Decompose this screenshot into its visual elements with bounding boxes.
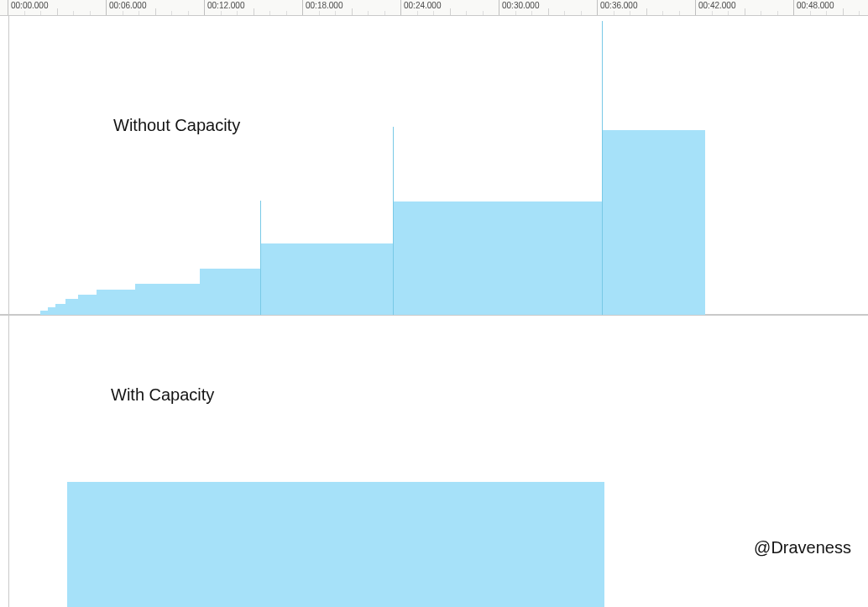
chart-with-capacity: With Capacity @Draveness (0, 315, 868, 607)
chart-title-lower: With Capacity (111, 385, 214, 405)
ruler-label: 00:18.000 (306, 1, 343, 10)
chart-bar (48, 307, 55, 315)
ruler-minor-tick (745, 8, 745, 15)
ruler-label: 00:30.000 (502, 1, 540, 10)
chart-bar (135, 284, 200, 315)
ruler-major-tick: 00:24.000 (400, 0, 401, 15)
chart-bar (67, 482, 604, 607)
ruler-minor-tick (352, 8, 353, 15)
chart-bar (602, 130, 705, 315)
ruler-major-tick: 00:12.000 (204, 0, 205, 15)
ruler-minor-tick (450, 8, 451, 15)
ruler-major-tick: 00:00.000 (8, 0, 8, 15)
ruler-label: 00:24.000 (404, 1, 442, 10)
ruler-label: 00:42.000 (698, 1, 736, 10)
chart-bar (393, 201, 602, 315)
chart-spike (393, 127, 394, 315)
ruler-label: 00:00.000 (11, 1, 49, 10)
left-gutter (0, 316, 9, 607)
chart-bar (78, 295, 97, 315)
chart-bar (97, 290, 135, 315)
chart-bar (200, 269, 260, 315)
left-gutter (0, 16, 9, 315)
ruler-major-tick: 00:30.000 (499, 0, 499, 15)
time-ruler: 00:00.00000:06.00000:12.00000:18.00000:2… (0, 0, 868, 15)
chart-spike (260, 201, 261, 315)
ruler-minor-tick (843, 8, 844, 15)
ruler-major-tick: 00:42.000 (695, 0, 696, 15)
ruler-major-tick: 00:36.000 (597, 0, 598, 15)
ruler-label: 00:48.000 (797, 1, 834, 10)
ruler-minor-tick (254, 8, 254, 15)
chart-spike (602, 21, 603, 315)
ruler-minor-tick (57, 8, 58, 15)
watermark: @Draveness (754, 538, 851, 557)
chart-title-upper: Without Capacity (113, 116, 240, 135)
ruler-label: 00:06.000 (109, 1, 147, 10)
chart-without-capacity: Without Capacity (0, 15, 868, 315)
ruler-minor-tick (548, 8, 549, 15)
ruler-label: 00:12.000 (207, 1, 245, 10)
chart-bar (260, 243, 393, 315)
ruler-minor-tick (155, 8, 156, 15)
ruler-major-tick: 00:18.000 (302, 0, 303, 15)
chart-bar (55, 304, 65, 315)
ruler-major-tick: 00:48.000 (793, 0, 794, 15)
ruler-label: 00:36.000 (600, 1, 638, 10)
ruler-major-tick: 00:06.000 (106, 0, 107, 15)
chart-bar (65, 299, 78, 315)
ruler-minor-tick (646, 8, 647, 15)
